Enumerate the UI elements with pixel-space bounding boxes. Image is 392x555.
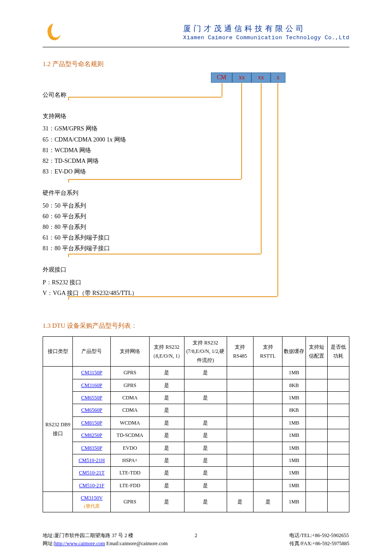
product-table-wrap: 接口类型产品型号支持网络支持 RS232（8,E/O/N, 1）支持 RS232… [43,336,349,512]
table-row: CM3150V(替代原GPRS是是是是1MB [43,492,349,512]
naming-item: 80：80 平台系列 [43,222,349,232]
table-cell: 1MB [282,429,306,442]
table-cell [254,479,282,491]
table-cell: LTE-TDD [111,467,150,479]
table-cell [227,391,253,404]
code-box-x: x [271,72,285,83]
table-header-cell: 支持短信配置 [306,337,327,367]
table-cell: 是 [184,467,227,479]
table-cell [254,442,282,454]
naming-block-label: 外观接口 [43,264,349,275]
model-link[interactable]: CM510-21H [79,457,105,463]
table-cell: 是 [184,492,227,512]
table-cell [306,442,327,454]
table-cell: 是 [227,492,253,512]
naming-item: 31：GSM/GPRS 网络 [43,123,349,134]
table-cell: LTE-FDD [111,479,150,491]
table-cell [327,442,349,454]
table-header-cell: 支持 RSTTL [254,337,282,367]
table-cell [327,416,349,429]
table-cell: 是 [184,479,227,491]
table-cell [254,416,282,429]
table-cell [254,429,282,442]
table-cell [306,379,327,391]
table-header-cell: 支持网络 [111,337,150,367]
table-cell: GPRS [111,492,150,512]
page-header: 厦门才茂通信科技有限公司 Xiamen Caimore Communicatio… [43,21,349,47]
company-name-block: 厦门才茂通信科技有限公司 Xiamen Caimore Communicatio… [183,23,349,41]
model-code-boxes: CM xx xx x [211,72,285,83]
code-box-cm: CM [211,72,232,83]
table-row: CM510-21FLTE-FDD是是1MB [43,479,349,491]
table-cell [306,479,327,491]
product-table: 接口类型产品型号支持网络支持 RS232（8,E/O/N, 1）支持 RS232… [43,336,349,512]
naming-block: 外观接口P：RS232 接口V：VGA 接口（带 RS232/485/TTL） [43,264,349,298]
table-cell: 是 [149,479,184,491]
table-cell [306,429,327,442]
table-cell: 是 [184,367,227,379]
footer-website-link[interactable]: http://www.caimore.com [54,541,105,546]
model-note: (替代原 [74,502,110,510]
table-cell [327,404,349,416]
table-cell [327,367,349,379]
table-cell [327,454,349,466]
table-cell: WCDMA [111,416,150,429]
naming-block: 支持网络31：GSM/GPRS 网络65：CDMA/CDMA 2000 1x 网… [43,111,349,177]
interface-type-cell: RS232 DB9 接口 [43,367,73,492]
table-cell: 1MB [282,367,306,379]
table-cell [306,416,327,429]
model-cell: CM510-21T [73,467,111,479]
table-cell: GPRS [111,367,150,379]
table-cell [227,379,253,391]
code-box-xx2: xx [251,72,271,83]
model-link[interactable]: CM510-21F [79,483,104,489]
table-cell: 是 [149,442,184,454]
table-cell: 8KB [282,404,306,416]
footer-right: 电话/TEL:+86-592-5902655 传真/FAX:+86-592-59… [289,532,349,548]
table-cell: HSPA+ [111,454,150,466]
table-cell [306,367,327,379]
table-row: CM6560PCDMA是8KB [43,404,349,416]
table-header-cell: 接口类型 [43,337,73,367]
model-link[interactable]: CM6550P [81,395,102,401]
table-cell: 是 [184,416,227,429]
model-link[interactable]: CM510-21T [79,470,104,476]
model-link[interactable]: CM8150P [81,420,102,426]
table-row: CM8350PEVDO是是1MB [43,442,349,454]
table-cell: 1MB [282,454,306,466]
model-cell: CM510-21F [73,479,111,491]
table-cell [254,367,282,379]
naming-item: 61：60 平台系列端子接口 [43,232,349,243]
table-cell: 是 [149,416,184,429]
model-link[interactable]: CM3160P [81,382,102,388]
model-cell: CM6550P [73,391,111,404]
table-cell: 1MB [282,391,306,404]
model-link[interactable]: CM3150P [81,370,102,376]
table-header-cell: 支持 RS232（8,E/O/N, 1） [149,337,184,367]
table-cell: 1MB [282,416,306,429]
table-cell: GPRS [111,379,150,391]
section-1-2-title: 1.2 产品型号命名规则 [43,60,349,68]
model-cell: CM3160P [73,379,111,391]
model-cell: CM3150P [73,367,111,379]
naming-block: 公司名称 [43,90,349,100]
table-cell: 是 [184,429,227,442]
table-cell: 是 [149,454,184,466]
table-cell [327,492,349,512]
table-cell [306,467,327,479]
model-link[interactable]: CM6560P [81,407,102,413]
table-cell: TD-SCDMA [111,429,150,442]
model-link[interactable]: CM8350P [81,445,102,451]
naming-item: 50：50 平台系列 [43,200,349,211]
footer-email: Email:caimore@caimore.com [105,541,168,546]
footer-tel: 电话/TEL:+86-592-5902655 [289,532,349,540]
table-cell: 是 [149,429,184,442]
model-cell: CM8150P [73,416,111,429]
naming-item: 60：60 平台系列 [43,211,349,222]
model-link[interactable]: CM8250P [81,432,102,438]
table-cell [327,379,349,391]
table-cell [327,467,349,479]
naming-item: 81：WCDMA 网络 [43,145,349,156]
model-link[interactable]: CM3150V [81,495,103,501]
naming-item: P：RS232 接口 [43,277,349,288]
